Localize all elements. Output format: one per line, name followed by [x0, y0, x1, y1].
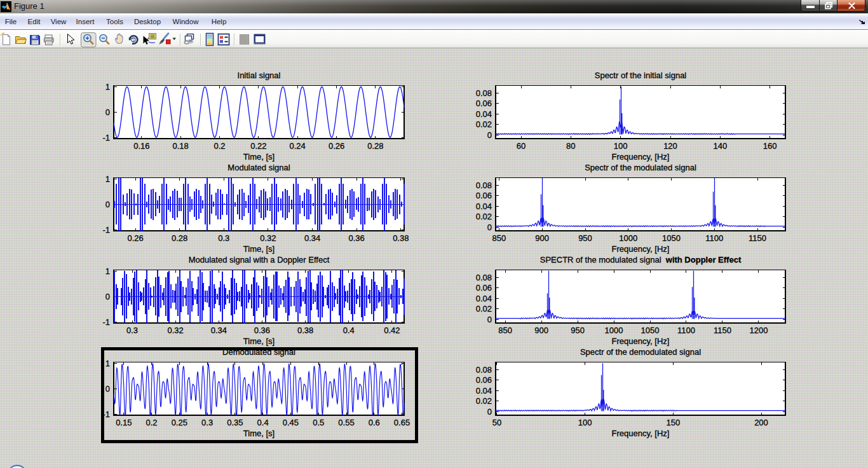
svg-text:0.08: 0.08 [476, 88, 492, 98]
svg-text:0: 0 [105, 200, 110, 209]
svg-text:1150: 1150 [749, 233, 766, 243]
svg-text:850: 850 [492, 233, 506, 243]
svg-text:0.02: 0.02 [476, 212, 492, 221]
svg-text:100: 100 [614, 141, 628, 151]
svg-text:1100: 1100 [677, 326, 695, 335]
svg-text:Time, [s]: Time, [s] [243, 336, 275, 346]
svg-text:120: 120 [663, 141, 677, 151]
svg-text:0.4: 0.4 [343, 326, 355, 335]
svg-text:0.04: 0.04 [476, 386, 492, 396]
svg-text:0.08: 0.08 [476, 273, 492, 282]
svg-text:0.2: 0.2 [214, 141, 225, 151]
svg-text:0.02: 0.02 [476, 304, 492, 313]
svg-text:1100: 1100 [705, 233, 723, 243]
svg-text:1050: 1050 [641, 326, 660, 335]
svg-text:850: 850 [498, 326, 512, 335]
svg-text:0.08: 0.08 [476, 365, 492, 375]
svg-text:0.5: 0.5 [313, 418, 324, 427]
svg-text:0.24: 0.24 [290, 141, 306, 151]
svg-text:950: 950 [578, 233, 592, 243]
svg-text:0.15: 0.15 [116, 418, 132, 427]
svg-text:0: 0 [487, 223, 492, 232]
svg-text:0.32: 0.32 [167, 326, 183, 335]
svg-text:0.06: 0.06 [476, 375, 492, 385]
svg-text:160: 160 [763, 141, 777, 151]
svg-text:Time, [s]: Time, [s] [243, 244, 275, 254]
svg-text:1050: 1050 [662, 233, 681, 243]
svg-text:0.28: 0.28 [367, 141, 383, 151]
svg-text:1: 1 [105, 266, 110, 276]
svg-text:0.6: 0.6 [369, 418, 380, 427]
svg-text:0.55: 0.55 [338, 418, 354, 427]
svg-text:0.3: 0.3 [126, 326, 138, 335]
svg-text:0.36: 0.36 [349, 233, 365, 243]
svg-text:0.34: 0.34 [211, 326, 227, 335]
svg-text:1000: 1000 [619, 233, 637, 243]
svg-text:1: 1 [105, 82, 110, 92]
svg-text:0.18: 0.18 [173, 141, 189, 151]
svg-text:0.26: 0.26 [329, 141, 344, 151]
svg-text:0.25: 0.25 [172, 418, 187, 427]
svg-text:0.04: 0.04 [476, 202, 492, 211]
svg-text:0.06: 0.06 [476, 191, 492, 200]
svg-text:0.3: 0.3 [218, 233, 229, 243]
svg-text:0.16: 0.16 [133, 141, 149, 151]
svg-text:60: 60 [517, 141, 526, 151]
svg-text:950: 950 [571, 326, 585, 335]
svg-text:0.35: 0.35 [227, 418, 243, 427]
svg-text:0.2: 0.2 [146, 418, 157, 427]
svg-text:0.38: 0.38 [393, 233, 409, 243]
svg-text:0.04: 0.04 [476, 109, 492, 119]
svg-text:Time, [s]: Time, [s] [243, 152, 275, 162]
svg-text:0.04: 0.04 [476, 294, 492, 303]
svg-text:Spectr of the initial signal: Spectr of the initial signal [595, 71, 687, 80]
svg-text:80: 80 [566, 141, 575, 151]
svg-text:0.22: 0.22 [250, 141, 266, 151]
svg-text:0.06: 0.06 [476, 99, 492, 108]
svg-text:Time, [s]: Time, [s] [243, 429, 275, 438]
svg-text:0.34: 0.34 [304, 233, 320, 243]
svg-text:0.38: 0.38 [297, 326, 313, 335]
svg-text:-1: -1 [102, 133, 110, 142]
svg-text:140: 140 [714, 141, 728, 151]
svg-text:200: 200 [754, 418, 768, 427]
svg-text:900: 900 [534, 326, 548, 335]
svg-text:Frequency, [Hz]: Frequency, [Hz] [612, 152, 670, 162]
svg-text:Initial signal: Initial signal [238, 71, 281, 80]
svg-text:Frequency, [Hz]: Frequency, [Hz] [612, 336, 670, 346]
svg-text:0.02: 0.02 [476, 396, 492, 406]
svg-text:0.65: 0.65 [394, 418, 410, 427]
svg-text:1000: 1000 [605, 326, 623, 335]
svg-text:Frequency, [Hz]: Frequency, [Hz] [612, 244, 670, 254]
svg-text:0: 0 [487, 130, 492, 140]
svg-text:100: 100 [578, 418, 592, 427]
svg-text:1150: 1150 [714, 326, 731, 335]
svg-text:0.45: 0.45 [283, 418, 299, 427]
svg-text:-1: -1 [102, 225, 110, 235]
svg-text:0: 0 [487, 407, 492, 416]
svg-text:0.4: 0.4 [257, 418, 269, 427]
svg-text:1200: 1200 [749, 326, 768, 335]
svg-text:SPECTR of the modulated signal: SPECTR of the modulated signal with Dopp… [540, 255, 742, 265]
svg-text:0.32: 0.32 [260, 233, 276, 243]
svg-text:-1: -1 [102, 317, 110, 327]
svg-text:Spectr of the modulated signal: Spectr of the modulated signal [585, 163, 696, 172]
svg-text:0: 0 [487, 315, 492, 324]
svg-text:150: 150 [666, 418, 680, 427]
svg-text:Spectr of the demodulated sign: Spectr of the demodulated signal [580, 347, 701, 357]
svg-text:0.36: 0.36 [254, 326, 270, 335]
svg-text:1: 1 [105, 359, 110, 368]
svg-text:900: 900 [535, 233, 549, 243]
svg-text:0.28: 0.28 [172, 233, 187, 243]
svg-text:0: 0 [105, 384, 110, 394]
svg-text:Modulated signal with a Dopple: Modulated signal with a Doppler Effect [189, 255, 330, 265]
svg-text:Frequency, [Hz]: Frequency, [Hz] [612, 429, 670, 438]
svg-text:Modulated signal: Modulated signal [227, 163, 290, 172]
svg-text:1: 1 [105, 174, 110, 184]
svg-text:0.26: 0.26 [127, 233, 143, 243]
svg-text:0: 0 [105, 292, 110, 301]
svg-text:0.06: 0.06 [476, 283, 492, 292]
svg-text:50: 50 [492, 418, 501, 427]
svg-text:0.08: 0.08 [476, 181, 492, 190]
svg-text:0.3: 0.3 [201, 418, 213, 427]
